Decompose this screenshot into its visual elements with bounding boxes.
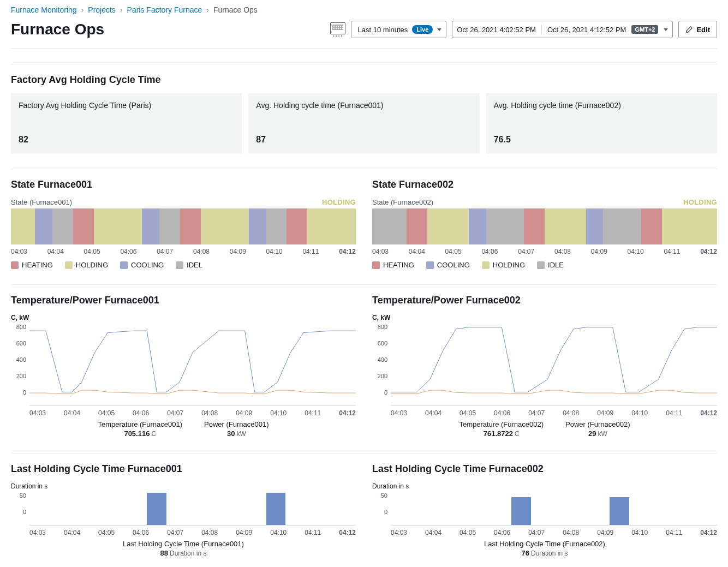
- kpi-label: Avg. Holding cycle time (Furnace002): [494, 101, 709, 110]
- legend-item: HOLDING: [482, 261, 525, 269]
- temp-power-f1-panel: Temperature/Power Furnace001 C, kW 02004…: [11, 295, 356, 438]
- legend-item: IDLE: [537, 261, 564, 269]
- state-segment: [142, 208, 159, 244]
- legend-item: IDEL: [176, 261, 202, 269]
- live-badge: Live: [412, 25, 433, 34]
- legend-unit: Duration in s: [531, 550, 568, 557]
- range-start: Oct 26, 2021 4:02:52 PM: [457, 26, 536, 34]
- temp-power-f2-panel: Temperature/Power Furnace002 C, kW 02004…: [372, 295, 717, 438]
- state-strip: [11, 208, 356, 244]
- kpi-section: Factory Avg Holding Cycle Time Factory A…: [11, 64, 717, 153]
- bar: [511, 497, 531, 525]
- chevron-down-icon: [437, 28, 441, 31]
- legend-item: HEATING: [11, 261, 53, 269]
- range-label: Last 10 minutes: [358, 26, 408, 34]
- state-segment: [307, 208, 355, 244]
- edit-button[interactable]: Edit: [678, 21, 717, 38]
- edit-icon: [685, 26, 693, 33]
- legend-unit: C: [151, 430, 156, 438]
- kpi-card: Avg. Holding cycle time (Furnace002)76.5: [486, 93, 717, 153]
- swatch-icon: [11, 261, 19, 269]
- state-segment: [201, 208, 249, 244]
- time-range-preset[interactable]: Last 10 minutes Live: [351, 21, 447, 38]
- legend-item: COOLING: [426, 261, 470, 269]
- kpi-card: Factory Avg Holding Cycle Time (Paris)82: [11, 93, 242, 153]
- legend: Temperature (Furnace001)705.116CPower (F…: [11, 420, 356, 438]
- state-segment: [641, 208, 662, 244]
- state-status: HOLDING: [683, 198, 717, 206]
- legend-item: Temperature (Furnace002)761.8722C: [459, 420, 544, 438]
- panel-title: State Furnace002: [372, 179, 717, 190]
- time-range-absolute[interactable]: Oct 26, 2021 4:02:52 PM Oct 26, 2021 4:1…: [452, 21, 673, 38]
- divider: [541, 25, 542, 34]
- kpi-label: Avg. Holding cycle time (Furnace001): [256, 101, 472, 110]
- page-header: Furnace Ops Last 10 minutes Live Oct 26,…: [11, 19, 717, 49]
- temp-power-section: Temperature/Power Furnace001 C, kW 02004…: [11, 284, 717, 438]
- bar-chart: 050: [372, 492, 717, 525]
- breadcrumb-item: Furnace Ops: [213, 5, 258, 14]
- chevron-right-icon: ›: [120, 5, 123, 14]
- y-axis-label: C, kW: [11, 314, 356, 321]
- state-segment: [407, 208, 427, 244]
- breadcrumb-item[interactable]: Paris Factory Furnace: [127, 5, 202, 14]
- legend: Last Holding Cycle Time (Furnace001) 88D…: [11, 540, 356, 557]
- state-segment: [249, 208, 266, 244]
- y-axis-label: Duration in s: [11, 482, 356, 490]
- swatch-icon: [120, 261, 128, 269]
- state-segment: [287, 208, 307, 244]
- legend-item: COOLING: [120, 261, 164, 269]
- legend-label: Last Holding Cycle Time (Furnace002): [484, 540, 605, 548]
- x-axis-ticks: 04:0304:0404:0504:0604:0704:0804:0904:10…: [29, 529, 356, 536]
- chevron-right-icon: ›: [206, 5, 209, 14]
- state-strip: [372, 208, 717, 244]
- chevron-down-icon: [664, 28, 668, 31]
- kpi-label: Factory Avg Holding Cycle Time (Paris): [19, 101, 234, 110]
- kpi-value: 76.5: [494, 135, 709, 145]
- kpi-value: 87: [256, 135, 472, 145]
- state-segment: [52, 208, 73, 244]
- bar: [610, 497, 629, 525]
- keyboard-icon[interactable]: [330, 22, 345, 37]
- swatch-icon: [65, 261, 73, 269]
- panel-sub: State (Furnace002): [372, 198, 433, 206]
- legend: HEATINGHOLDINGCOOLINGIDEL: [11, 261, 356, 269]
- state-segment: [266, 208, 287, 244]
- state-segment: [73, 208, 94, 244]
- y-axis-label: C, kW: [372, 314, 717, 321]
- legend-unit: C: [515, 430, 520, 438]
- state-segment: [11, 208, 35, 244]
- holding-section: Last Holding Cycle Time Furnace001 Durat…: [11, 453, 717, 557]
- legend-item: Power (Furnace001)30kW: [204, 420, 269, 438]
- legend: HEATINGCOOLINGHOLDINGIDLE: [372, 261, 717, 269]
- state-segment: [662, 208, 717, 244]
- legend-value: 30: [227, 429, 235, 438]
- legend-unit: Duration in s: [170, 550, 206, 557]
- state-segment: [603, 208, 641, 244]
- breadcrumb: Furnace Monitoring›Projects›Paris Factor…: [11, 0, 717, 19]
- page-title: Furnace Ops: [11, 21, 104, 38]
- panel-title: Last Holding Cycle Time Furnace001: [11, 463, 356, 475]
- state-furnace002-panel: State Furnace002 State (Furnace002) HOLD…: [372, 179, 717, 269]
- holding-f2-panel: Last Holding Cycle Time Furnace002 Durat…: [372, 463, 717, 557]
- breadcrumb-item[interactable]: Projects: [88, 5, 116, 14]
- legend-item: Power (Furnace002)29kW: [565, 420, 630, 438]
- x-axis-ticks: 04:0304:0404:0504:0604:0704:0804:0904:10…: [391, 529, 717, 536]
- swatch-icon: [482, 261, 490, 269]
- kpi-section-title: Factory Avg Holding Cycle Time: [11, 74, 717, 86]
- state-segment: [427, 208, 469, 244]
- state-segment: [545, 208, 586, 244]
- kpi-row: Factory Avg Holding Cycle Time (Paris)82…: [11, 93, 717, 153]
- state-segment: [159, 208, 180, 244]
- panel-title: State Furnace001: [11, 179, 356, 190]
- state-furnace001-panel: State Furnace001 State (Furnace001) HOLD…: [11, 179, 356, 269]
- state-segment: [372, 208, 407, 244]
- line-chart: 0200400600800: [372, 324, 717, 405]
- bar-chart: 050: [11, 492, 356, 525]
- breadcrumb-item[interactable]: Furnace Monitoring: [11, 5, 77, 14]
- panel-title: Temperature/Power Furnace001: [11, 295, 356, 306]
- legend-unit: kW: [236, 430, 246, 438]
- edit-button-label: Edit: [696, 26, 710, 34]
- range-end: Oct 26, 2021 4:12:52 PM: [547, 26, 626, 34]
- chevron-right-icon: ›: [81, 5, 84, 14]
- bar: [147, 493, 166, 525]
